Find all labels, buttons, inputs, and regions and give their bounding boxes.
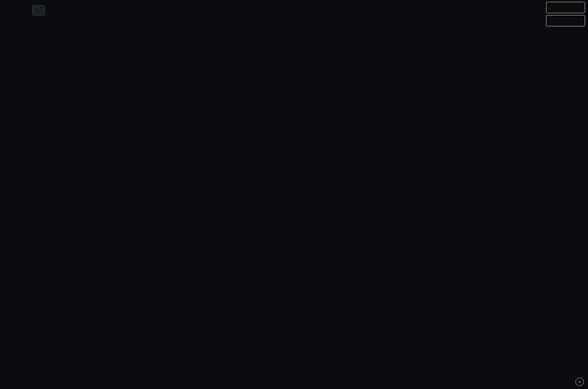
unit-select-wrap	[546, 15, 585, 26]
unit-select[interactable]	[546, 15, 585, 26]
legend-collapse-button[interactable]	[32, 5, 45, 16]
clock-dot	[579, 381, 581, 383]
chart-canvas[interactable]	[0, 0, 588, 389]
price-axis[interactable]	[544, 0, 588, 375]
trading-chart-app	[0, 0, 588, 389]
currency-select-wrap	[546, 2, 585, 13]
time-settings-icon[interactable]	[575, 377, 584, 386]
currency-select[interactable]	[546, 2, 585, 13]
main-series-legend	[5, 5, 61, 16]
time-axis[interactable]	[0, 376, 588, 389]
